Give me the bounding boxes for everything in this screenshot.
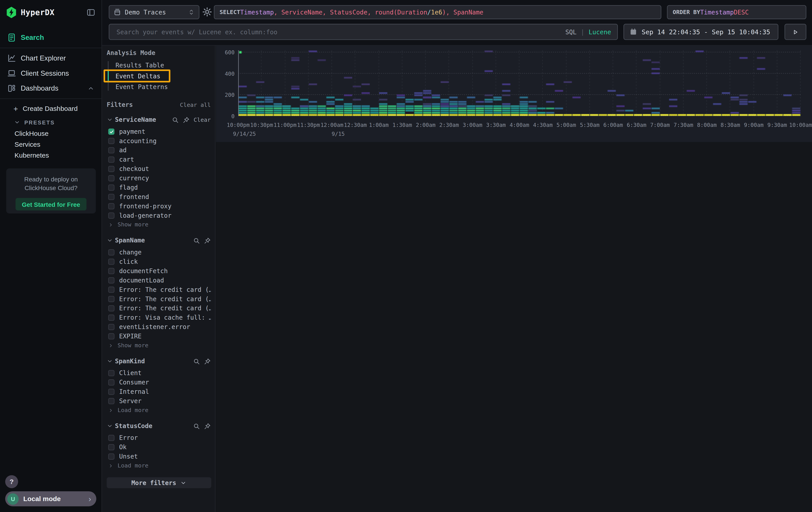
analysis-option-event-deltas[interactable]: Event Deltas xyxy=(107,71,211,81)
filter-checkbox-row[interactable]: Error xyxy=(107,433,211,442)
search-input[interactable] xyxy=(115,28,565,36)
preset-item-clickhouse[interactable]: ClickHouse xyxy=(0,128,102,139)
checkbox-unchecked[interactable] xyxy=(108,138,115,144)
order-by-editor[interactable]: ORDER BY Timestamp DESC xyxy=(667,5,807,19)
filter-checkbox-row[interactable]: EXPIRE xyxy=(107,332,211,341)
preset-item-services[interactable]: Services xyxy=(0,139,102,150)
sidebar-collapse-icon[interactable] xyxy=(86,8,95,17)
filter-checkbox-row[interactable]: Error: Visa cache full: … xyxy=(107,313,211,322)
get-started-button[interactable]: Get Started for Free xyxy=(16,198,86,210)
checkbox-unchecked[interactable] xyxy=(108,287,115,293)
checkbox-unchecked[interactable] xyxy=(108,175,115,182)
checkbox-unchecked[interactable] xyxy=(108,315,115,321)
checkbox-unchecked[interactable] xyxy=(108,398,115,404)
checkbox-unchecked[interactable] xyxy=(108,249,115,255)
sql-select-editor[interactable]: SELECT Timestamp, ServiceName, StatusCod… xyxy=(214,5,661,19)
filter-checkbox-row[interactable]: checkout xyxy=(107,164,211,173)
chev-down-icon[interactable] xyxy=(107,237,113,244)
checkbox-unchecked[interactable] xyxy=(108,157,115,163)
filter-checkbox-row[interactable]: Unset xyxy=(107,452,211,461)
more-filters-button[interactable]: More filters xyxy=(107,477,211,488)
user-menu[interactable]: U Local mode › xyxy=(5,491,96,507)
checkbox-unchecked[interactable] xyxy=(108,435,115,441)
chev-down-icon[interactable] xyxy=(107,117,113,123)
lucene-mode-option[interactable]: Lucene xyxy=(588,28,611,36)
sidebar-item-dashboards[interactable]: Dashboards xyxy=(0,81,102,96)
filter-checkbox-row[interactable]: Ok xyxy=(107,442,211,452)
help-button[interactable]: ? xyxy=(5,475,18,488)
checkbox-unchecked[interactable] xyxy=(108,324,115,330)
filter-checkbox-row[interactable]: cart xyxy=(107,155,211,164)
checkbox-checked[interactable] xyxy=(108,129,115,135)
presets-toggle[interactable]: PRESETS xyxy=(0,117,102,128)
show-more-button[interactable]: Show more xyxy=(107,220,211,229)
run-query-button[interactable] xyxy=(785,24,807,40)
pin-icon[interactable] xyxy=(204,358,211,365)
checkbox-unchecked[interactable] xyxy=(108,194,115,200)
sql-mode-option[interactable]: SQL xyxy=(566,28,577,36)
search-icon[interactable] xyxy=(193,358,200,365)
filter-checkbox-row[interactable]: currency xyxy=(107,173,211,183)
clear-all-button[interactable]: Clear all xyxy=(180,102,211,108)
source-select[interactable]: Demo Traces xyxy=(109,5,199,19)
show-more-button[interactable]: Show more xyxy=(107,341,211,350)
filter-checkbox-row[interactable]: Error: The credit card (… xyxy=(107,294,211,304)
filter-checkbox-row[interactable]: documentLoad xyxy=(107,276,211,285)
filter-checkbox-row[interactable]: Client xyxy=(107,369,211,378)
checkbox-unchecked[interactable] xyxy=(108,296,115,302)
filter-checkbox-row[interactable]: load-generator xyxy=(107,211,211,220)
search-icon[interactable] xyxy=(193,237,200,244)
checkbox-unchecked[interactable] xyxy=(108,212,115,219)
load-more-button[interactable]: Load more xyxy=(107,406,211,415)
filter-checkbox-row[interactable]: accounting xyxy=(107,136,211,145)
filter-checkbox-row[interactable]: click xyxy=(107,257,211,266)
pin-icon[interactable] xyxy=(204,423,211,429)
search-icon[interactable] xyxy=(193,423,200,429)
heatmap-canvas[interactable] xyxy=(238,50,801,116)
filter-checkbox-row[interactable]: Consumer xyxy=(107,378,211,387)
checkbox-unchecked[interactable] xyxy=(108,444,115,450)
checkbox-unchecked[interactable] xyxy=(108,389,115,395)
pin-icon[interactable] xyxy=(183,116,190,123)
chev-down-icon[interactable] xyxy=(107,358,113,365)
filter-checkbox-row[interactable]: Error: The credit card (… xyxy=(107,285,211,294)
checkbox-unchecked[interactable] xyxy=(108,454,115,460)
filter-checkbox-row[interactable]: documentFetch xyxy=(107,266,211,276)
checkbox-unchecked[interactable] xyxy=(108,259,115,265)
filter-value-label: cart xyxy=(119,156,134,163)
filter-checkbox-row[interactable]: ad xyxy=(107,145,211,155)
checkbox-unchecked[interactable] xyxy=(108,203,115,210)
checkbox-unchecked[interactable] xyxy=(108,333,115,340)
checkbox-unchecked[interactable] xyxy=(108,305,115,312)
checkbox-unchecked[interactable] xyxy=(108,370,115,376)
pin-icon[interactable] xyxy=(204,237,211,244)
load-more-button[interactable]: Load more xyxy=(107,461,211,470)
sidebar-item-chart-explorer[interactable]: Chart Explorer xyxy=(0,51,102,66)
checkbox-unchecked[interactable] xyxy=(108,379,115,385)
create-dashboard-button[interactable]: + Create Dashboard xyxy=(0,102,102,115)
checkbox-unchecked[interactable] xyxy=(108,185,115,191)
sidebar-item-search[interactable]: Search xyxy=(0,30,102,45)
filter-checkbox-row[interactable]: flagd xyxy=(107,183,211,192)
filter-checkbox-row[interactable]: frontend xyxy=(107,192,211,202)
time-range-picker[interactable]: Sep 14 22:04:35 - Sep 15 10:04:35 xyxy=(624,24,778,40)
filter-checkbox-row[interactable]: frontend-proxy xyxy=(107,202,211,211)
analysis-option-results-table[interactable]: Results Table xyxy=(107,60,211,71)
filter-checkbox-row[interactable]: eventListener.error xyxy=(107,322,211,332)
analysis-option-event-patterns[interactable]: Event Patterns xyxy=(107,81,211,92)
preset-item-kubernetes[interactable]: Kubernetes xyxy=(0,150,102,161)
chev-down-icon[interactable] xyxy=(107,423,113,429)
filter-checkbox-row[interactable]: payment xyxy=(107,127,211,136)
filter-checkbox-row[interactable]: Server xyxy=(107,397,211,406)
settings-gear-icon[interactable] xyxy=(202,7,212,17)
filter-checkbox-row[interactable]: Error: The credit card (… xyxy=(107,304,211,313)
filter-group-clear-button[interactable]: Clear xyxy=(194,116,211,123)
checkbox-unchecked[interactable] xyxy=(108,166,115,172)
filter-checkbox-row[interactable]: change xyxy=(107,248,211,257)
search-icon[interactable] xyxy=(172,116,178,123)
filter-checkbox-row[interactable]: Internal xyxy=(107,387,211,397)
checkbox-unchecked[interactable] xyxy=(108,147,115,153)
checkbox-unchecked[interactable] xyxy=(108,277,115,284)
checkbox-unchecked[interactable] xyxy=(108,268,115,274)
sidebar-item-client-sessions[interactable]: Client Sessions xyxy=(0,66,102,81)
